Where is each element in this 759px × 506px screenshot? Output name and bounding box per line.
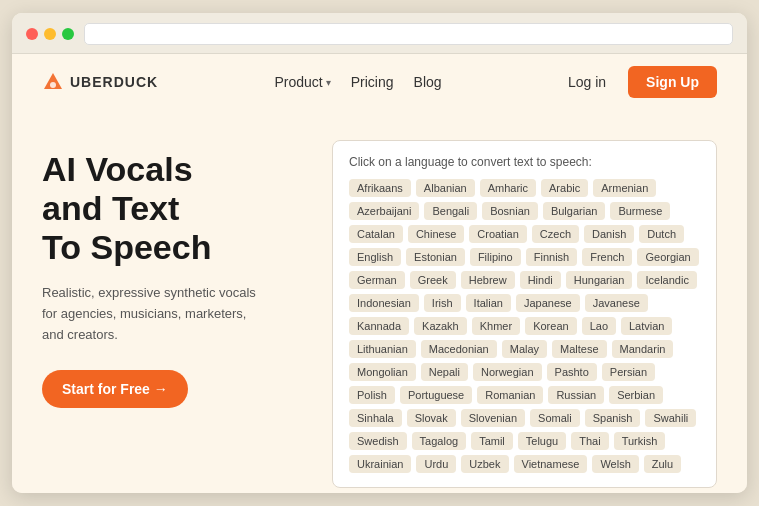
language-tag[interactable]: Slovak [407, 409, 456, 427]
language-tag[interactable]: Danish [584, 225, 634, 243]
navbar: UBERDUCK Product ▾ Pricing Blog Log in S… [12, 54, 747, 110]
language-tag[interactable]: Welsh [592, 455, 638, 473]
language-tag[interactable]: Vietnamese [514, 455, 588, 473]
language-tag[interactable]: Slovenian [461, 409, 525, 427]
language-tag[interactable]: Lao [582, 317, 616, 335]
language-tag[interactable]: Portuguese [400, 386, 472, 404]
maximize-button[interactable] [62, 28, 74, 40]
language-tag[interactable]: Pashto [547, 363, 597, 381]
address-bar[interactable] [84, 23, 733, 45]
language-tag[interactable]: Tamil [471, 432, 513, 450]
start-free-button[interactable]: Start for Free → [42, 370, 188, 408]
language-tag[interactable]: Irish [424, 294, 461, 312]
language-tag[interactable]: Norwegian [473, 363, 542, 381]
language-tag[interactable]: Uzbek [461, 455, 508, 473]
language-tag[interactable]: French [582, 248, 632, 266]
chevron-down-icon: ▾ [326, 77, 331, 88]
language-tag[interactable]: Hungarian [566, 271, 633, 289]
language-tag[interactable]: Persian [602, 363, 655, 381]
language-tag[interactable]: Bulgarian [543, 202, 605, 220]
language-tag[interactable]: Russian [548, 386, 604, 404]
language-tag[interactable]: Thai [571, 432, 608, 450]
login-button[interactable]: Log in [558, 68, 616, 96]
signup-button[interactable]: Sign Up [628, 66, 717, 98]
browser-window: UBERDUCK Product ▾ Pricing Blog Log in S… [12, 13, 747, 493]
svg-point-1 [50, 82, 56, 88]
language-tag[interactable]: Ukrainian [349, 455, 411, 473]
language-tag[interactable]: Serbian [609, 386, 663, 404]
language-tag[interactable]: Azerbaijani [349, 202, 419, 220]
nav-right: Log in Sign Up [558, 66, 717, 98]
minimize-button[interactable] [44, 28, 56, 40]
language-tag[interactable]: Kazakh [414, 317, 467, 335]
close-button[interactable] [26, 28, 38, 40]
language-tag[interactable]: Italian [466, 294, 511, 312]
logo-text: UBERDUCK [70, 74, 158, 90]
language-tag[interactable]: Javanese [585, 294, 648, 312]
language-tag[interactable]: Armenian [593, 179, 656, 197]
language-tag[interactable]: Kannada [349, 317, 409, 335]
language-tag[interactable]: Hindi [520, 271, 561, 289]
language-tag[interactable]: Chinese [408, 225, 464, 243]
language-tag[interactable]: English [349, 248, 401, 266]
language-tag[interactable]: Malay [502, 340, 547, 358]
language-prompt: Click on a language to convert text to s… [349, 155, 700, 169]
language-tag[interactable]: Hebrew [461, 271, 515, 289]
page-content: UBERDUCK Product ▾ Pricing Blog Log in S… [12, 54, 747, 493]
hero-title: AI Vocals and Text To Speech [42, 150, 302, 267]
language-tag[interactable]: Urdu [416, 455, 456, 473]
language-tag[interactable]: Latvian [621, 317, 672, 335]
language-tag[interactable]: Filipino [470, 248, 521, 266]
language-box: Click on a language to convert text to s… [332, 140, 717, 488]
language-tag[interactable]: Afrikaans [349, 179, 411, 197]
nav-item-product[interactable]: Product ▾ [275, 74, 331, 90]
language-tag[interactable]: German [349, 271, 405, 289]
language-tag[interactable]: Polish [349, 386, 395, 404]
language-tag[interactable]: Lithuanian [349, 340, 416, 358]
language-tag[interactable]: Maltese [552, 340, 607, 358]
language-tag[interactable]: Telugu [518, 432, 566, 450]
language-tag[interactable]: Bosnian [482, 202, 538, 220]
language-tags: AfrikaansAlbanianAmharicArabicArmenianAz… [349, 179, 700, 473]
language-tag[interactable]: Nepali [421, 363, 468, 381]
nav-item-blog[interactable]: Blog [414, 74, 442, 90]
nav-item-pricing[interactable]: Pricing [351, 74, 394, 90]
language-tag[interactable]: Sinhala [349, 409, 402, 427]
language-tag[interactable]: Finnish [526, 248, 577, 266]
nav-center: Product ▾ Pricing Blog [275, 74, 442, 90]
language-tag[interactable]: Korean [525, 317, 576, 335]
language-tag[interactable]: Somali [530, 409, 580, 427]
logo[interactable]: UBERDUCK [42, 71, 158, 93]
language-tag[interactable]: Czech [532, 225, 579, 243]
language-tag[interactable]: Turkish [614, 432, 666, 450]
language-tag[interactable]: Croatian [469, 225, 527, 243]
language-tag[interactable]: Tagalog [412, 432, 467, 450]
hero-right: Click on a language to convert text to s… [332, 130, 717, 473]
language-tag[interactable]: Zulu [644, 455, 681, 473]
language-tag[interactable]: Romanian [477, 386, 543, 404]
language-tag[interactable]: Swahili [645, 409, 696, 427]
language-tag[interactable]: Albanian [416, 179, 475, 197]
language-tag[interactable]: Swedish [349, 432, 407, 450]
language-tag[interactable]: Estonian [406, 248, 465, 266]
traffic-lights [26, 28, 74, 40]
language-tag[interactable]: Georgian [637, 248, 698, 266]
language-tag[interactable]: Macedonian [421, 340, 497, 358]
language-tag[interactable]: Catalan [349, 225, 403, 243]
language-tag[interactable]: Mandarin [612, 340, 674, 358]
language-tag[interactable]: Arabic [541, 179, 588, 197]
language-tag[interactable]: Japanese [516, 294, 580, 312]
logo-icon [42, 71, 64, 93]
language-tag[interactable]: Indonesian [349, 294, 419, 312]
language-tag[interactable]: Bengali [424, 202, 477, 220]
language-tag[interactable]: Greek [410, 271, 456, 289]
language-tag[interactable]: Mongolian [349, 363, 416, 381]
language-tag[interactable]: Khmer [472, 317, 520, 335]
language-tag[interactable]: Amharic [480, 179, 536, 197]
language-tag[interactable]: Burmese [610, 202, 670, 220]
hero-left: AI Vocals and Text To Speech Realistic, … [42, 130, 302, 473]
language-tag[interactable]: Spanish [585, 409, 641, 427]
language-tag[interactable]: Dutch [639, 225, 684, 243]
browser-chrome [12, 13, 747, 54]
language-tag[interactable]: Icelandic [637, 271, 696, 289]
